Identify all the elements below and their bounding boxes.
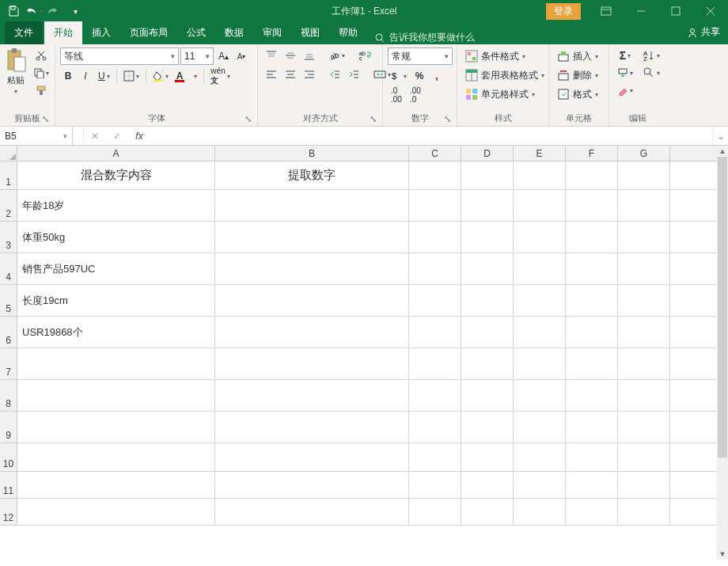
close-button[interactable] bbox=[693, 0, 728, 22]
dialog-launcher-icon[interactable]: ⤡ bbox=[442, 114, 452, 123]
cell[interactable] bbox=[514, 380, 566, 412]
cell[interactable] bbox=[409, 412, 461, 443]
cell[interactable] bbox=[409, 222, 461, 253]
cell[interactable] bbox=[17, 499, 215, 526]
maximize-button[interactable] bbox=[658, 0, 693, 22]
phonetic-button[interactable]: wén文▾ bbox=[207, 68, 233, 84]
font-color-button[interactable]: A▾ bbox=[173, 68, 201, 84]
expand-formula-bar[interactable]: ⌄ bbox=[712, 127, 728, 145]
cell[interactable] bbox=[409, 285, 461, 317]
cell[interactable] bbox=[409, 253, 461, 285]
cell[interactable] bbox=[566, 222, 618, 253]
cell[interactable] bbox=[409, 499, 461, 526]
row-header[interactable]: 4 bbox=[0, 253, 17, 285]
cell[interactable] bbox=[566, 412, 618, 443]
vertical-scrollbar[interactable]: ▲ ▼ bbox=[717, 146, 728, 560]
cell[interactable] bbox=[461, 190, 514, 222]
cell[interactable] bbox=[409, 161, 461, 190]
comma-button[interactable]: , bbox=[429, 68, 445, 84]
enter-formula-button[interactable]: ✓ bbox=[106, 127, 128, 145]
cell[interactable] bbox=[461, 348, 514, 380]
cell[interactable] bbox=[514, 472, 566, 499]
tab-帮助[interactable]: 帮助 bbox=[329, 21, 367, 44]
accounting-format-button[interactable]: $▾ bbox=[388, 68, 410, 84]
orientation-button[interactable]: ab▾ bbox=[326, 47, 348, 63]
cell[interactable] bbox=[215, 253, 409, 285]
cell[interactable] bbox=[514, 190, 566, 222]
cell[interactable]: 提取数字 bbox=[215, 161, 409, 190]
tab-页面布局[interactable]: 页面布局 bbox=[120, 21, 177, 44]
cell[interactable] bbox=[514, 285, 566, 317]
wrap-text-button[interactable]: abc bbox=[356, 47, 375, 63]
align-top-button[interactable] bbox=[263, 47, 280, 63]
dialog-launcher-icon[interactable]: ⤡ bbox=[40, 114, 50, 123]
dialog-launcher-icon[interactable]: ⤡ bbox=[368, 114, 377, 123]
column-header[interactable]: D bbox=[461, 146, 514, 161]
ribbon-display-options[interactable] bbox=[589, 0, 624, 22]
bold-button[interactable]: B bbox=[60, 68, 76, 84]
cell[interactable] bbox=[618, 499, 670, 526]
tab-file[interactable]: 文件 bbox=[5, 21, 43, 44]
table-format-button[interactable]: 套用表格格式▾ bbox=[462, 66, 548, 84]
scroll-up-button[interactable]: ▲ bbox=[717, 146, 728, 157]
cell[interactable] bbox=[215, 285, 409, 317]
delete-cells-button[interactable]: 删除▾ bbox=[554, 66, 601, 84]
decrease-indent-button[interactable] bbox=[326, 66, 343, 82]
find-select-button[interactable]: ▾ bbox=[639, 65, 663, 81]
share-button[interactable]: 共享 bbox=[687, 25, 720, 39]
font-name-combo[interactable]: 等线▾ bbox=[60, 47, 179, 65]
cell[interactable] bbox=[566, 285, 618, 317]
column-header[interactable]: C bbox=[409, 146, 461, 161]
increase-indent-button[interactable] bbox=[345, 66, 362, 82]
cell[interactable] bbox=[566, 380, 618, 412]
cell[interactable] bbox=[17, 443, 215, 472]
cell[interactable] bbox=[17, 472, 215, 499]
column-header[interactable]: F bbox=[566, 146, 618, 161]
percent-button[interactable]: % bbox=[411, 68, 427, 84]
autosum-button[interactable]: Σ▾ bbox=[614, 47, 636, 63]
cell[interactable] bbox=[215, 499, 409, 526]
font-size-combo[interactable]: 11▾ bbox=[180, 47, 214, 65]
row-header[interactable]: 8 bbox=[0, 380, 17, 412]
login-button[interactable]: 登录 bbox=[546, 3, 581, 20]
cell[interactable] bbox=[215, 222, 409, 253]
align-right-button[interactable] bbox=[301, 66, 318, 82]
row-header[interactable]: 7 bbox=[0, 348, 17, 380]
cell[interactable] bbox=[566, 443, 618, 472]
decrease-decimal-button[interactable]: .00.0 bbox=[407, 87, 424, 103]
cell[interactable] bbox=[618, 412, 670, 443]
tab-数据[interactable]: 数据 bbox=[215, 21, 253, 44]
cell[interactable] bbox=[17, 348, 215, 380]
cell[interactable] bbox=[461, 472, 514, 499]
cell[interactable] bbox=[618, 443, 670, 472]
cell[interactable] bbox=[566, 161, 618, 190]
cancel-formula-button[interactable]: ✕ bbox=[84, 127, 106, 145]
cell[interactable]: 长度19cm bbox=[17, 285, 215, 317]
cell[interactable] bbox=[215, 443, 409, 472]
formula-input[interactable] bbox=[150, 127, 712, 145]
cell[interactable] bbox=[215, 380, 409, 412]
cell[interactable] bbox=[618, 285, 670, 317]
cell[interactable] bbox=[618, 472, 670, 499]
fill-color-button[interactable]: ▾ bbox=[150, 68, 172, 84]
cell[interactable]: 年龄18岁 bbox=[17, 190, 215, 222]
scroll-down-button[interactable]: ▼ bbox=[717, 549, 728, 560]
clear-button[interactable]: ▾ bbox=[614, 82, 636, 98]
cell[interactable] bbox=[461, 412, 514, 443]
increase-font-button[interactable]: A▴ bbox=[215, 48, 232, 64]
cell[interactable] bbox=[461, 499, 514, 526]
cell[interactable] bbox=[566, 317, 618, 348]
cell[interactable] bbox=[566, 472, 618, 499]
tab-公式[interactable]: 公式 bbox=[177, 21, 215, 44]
cell[interactable] bbox=[461, 285, 514, 317]
cell[interactable] bbox=[461, 222, 514, 253]
cell[interactable] bbox=[409, 317, 461, 348]
cell[interactable] bbox=[618, 161, 670, 190]
align-bottom-button[interactable] bbox=[301, 47, 318, 63]
underline-button[interactable]: U▾ bbox=[95, 68, 113, 84]
cell[interactable] bbox=[215, 412, 409, 443]
cell[interactable] bbox=[618, 348, 670, 380]
cell[interactable] bbox=[409, 443, 461, 472]
cell[interactable] bbox=[409, 348, 461, 380]
cell[interactable] bbox=[409, 190, 461, 222]
